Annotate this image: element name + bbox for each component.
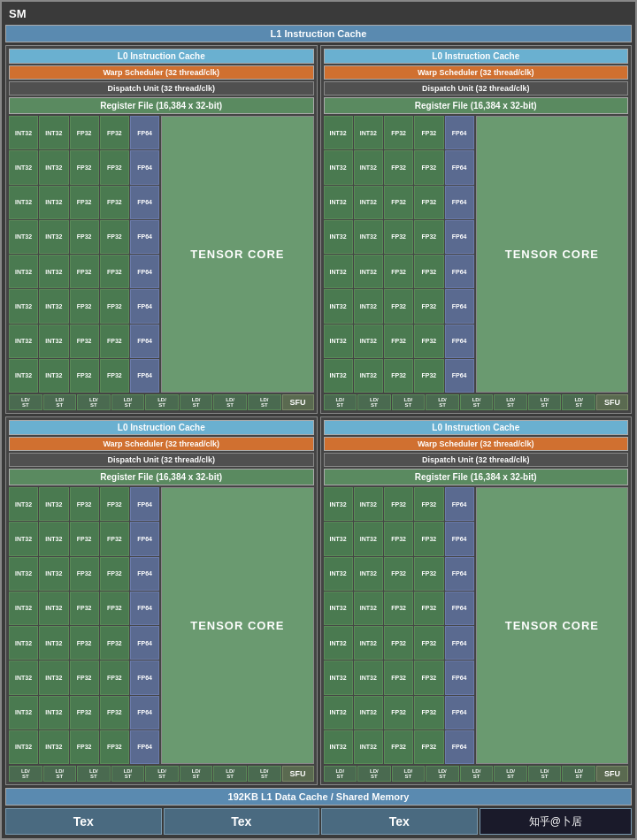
fp64-cell: FP64 — [130, 661, 159, 694]
fp32-cell: FP32 — [70, 696, 99, 729]
fp64-cell: FP64 — [130, 626, 159, 660]
fp32-cell: FP32 — [414, 730, 443, 764]
int32-cell: INT32 — [354, 186, 383, 219]
int32-cell: INT32 — [324, 522, 353, 555]
fp32-cell: FP32 — [384, 696, 413, 729]
int32-cell: INT32 — [9, 592, 38, 625]
ld-st-unit: LD/ST — [494, 394, 527, 410]
watermark: 知乎@卜居 — [480, 808, 633, 835]
ld-st-unit: LD/ST — [528, 394, 562, 410]
fp32-cell: FP32 — [100, 220, 129, 254]
fp64-cell: FP64 — [445, 696, 474, 729]
tensor-core-br: TENSOR CORE — [476, 487, 628, 764]
fp64-cell: FP64 — [445, 220, 474, 254]
fp64-cell: FP64 — [130, 359, 159, 393]
register-file-br: Register File (16,384 x 32-bit) — [324, 469, 629, 485]
fp64-cell: FP64 — [445, 289, 474, 323]
register-file-bl: Register File (16,384 x 32-bit) — [9, 469, 314, 485]
compute-row: INT32 INT32 FP32 FP32 FP64 — [324, 255, 474, 288]
int32-cell: INT32 — [9, 359, 38, 393]
fp64-cell: FP64 — [130, 487, 159, 521]
quadrants-top: L0 Instruction Cache Warp Scheduler (32 … — [5, 45, 632, 414]
bottom-row-tl: LD/ST LD/ST LD/ST LD/ST LD/ST LD/ST LD/S… — [9, 394, 314, 410]
compute-row: INT32 INT32 FP32 FP32 FP64 — [9, 557, 159, 591]
int32-cell: INT32 — [39, 487, 68, 521]
ld-st-unit: LD/ST — [357, 394, 391, 410]
fp32-cell: FP32 — [70, 522, 99, 555]
compute-row: INT32 INT32 FP32 FP32 FP64 — [9, 255, 159, 288]
int32-cell: INT32 — [324, 325, 353, 358]
fp32-cell: FP32 — [70, 220, 99, 254]
int32-cell: INT32 — [354, 626, 383, 660]
fp64-cell: FP64 — [130, 522, 159, 555]
sfu-tr: SFU — [596, 394, 628, 410]
fp32-cell: FP32 — [100, 487, 129, 521]
int32-cell: INT32 — [324, 487, 353, 521]
fp32-cell: FP32 — [100, 730, 129, 764]
fp32-cell: FP32 — [384, 289, 413, 323]
compute-row: INT32 INT32 FP32 FP32 FP64 — [9, 730, 159, 764]
sfu-br: SFU — [596, 766, 628, 782]
int32-cell: INT32 — [354, 696, 383, 729]
ld-st-unit: LD/ST — [460, 766, 494, 782]
fp32-cell: FP32 — [384, 116, 413, 149]
compute-area-br: INT32 INT32 FP32 FP32 FP64 INT32 INT32 F… — [324, 487, 629, 764]
l0-cache-tr: L0 Instruction Cache — [324, 49, 629, 64]
dispatch-unit-br: Dispatch Unit (32 thread/clk) — [324, 453, 629, 467]
int32-cell: INT32 — [354, 325, 383, 358]
compute-row: INT32 INT32 FP32 FP32 FP64 — [324, 325, 474, 358]
fp32-cell: FP32 — [414, 592, 443, 625]
int32-cell: INT32 — [9, 289, 38, 323]
int32-cell: INT32 — [39, 150, 68, 184]
int32-cell: INT32 — [39, 289, 68, 323]
ld-st-unit: LD/ST — [426, 766, 459, 782]
sm-title: SM — [5, 5, 632, 22]
fp64-cell: FP64 — [445, 150, 474, 184]
int32-cell: INT32 — [324, 730, 353, 764]
fp32-cell: FP32 — [70, 730, 99, 764]
sfu-bl: SFU — [282, 766, 314, 782]
ld-st-unit: LD/ST — [324, 766, 357, 782]
fp32-cell: FP32 — [70, 116, 99, 149]
fp64-cell: FP64 — [445, 116, 474, 149]
fp32-cell: FP32 — [384, 325, 413, 358]
ld-st-unit: LD/ST — [213, 766, 247, 782]
fp32-cell: FP32 — [100, 325, 129, 358]
fp32-cell: FP32 — [384, 359, 413, 393]
fp32-cell: FP32 — [414, 220, 443, 254]
int32-cell: INT32 — [354, 522, 383, 555]
bottom-row-br: LD/ST LD/ST LD/ST LD/ST LD/ST LD/ST LD/S… — [324, 766, 629, 782]
int32-cell: INT32 — [354, 592, 383, 625]
int32-cell: INT32 — [354, 661, 383, 694]
fp32-cell: FP32 — [70, 557, 99, 591]
fp32-cell: FP32 — [384, 730, 413, 764]
l1-data-cache: 192KB L1 Data Cache / Shared Memory — [5, 788, 632, 806]
compute-row: INT32 INT32 FP32 FP32 FP64 — [9, 150, 159, 184]
int32-cell: INT32 — [9, 730, 38, 764]
int32-cell: INT32 — [9, 557, 38, 591]
fp64-cell: FP64 — [445, 592, 474, 625]
int32-cell: INT32 — [9, 487, 38, 521]
fp32-cell: FP32 — [414, 626, 443, 660]
int32-cell: INT32 — [39, 661, 68, 694]
int32-cell: INT32 — [39, 592, 68, 625]
left-compute-tr: INT32 INT32 FP32 FP32 FP64 INT32 INT32 F… — [324, 116, 474, 393]
fp32-cell: FP32 — [70, 150, 99, 184]
dispatch-unit-bl: Dispatch Unit (32 thread/clk) — [9, 453, 314, 467]
ld-st-unit: LD/ST — [145, 394, 179, 410]
ld-st-unit: LD/ST — [180, 394, 213, 410]
int32-cell: INT32 — [39, 186, 68, 219]
int32-cell: INT32 — [324, 661, 353, 694]
dispatch-unit-tr: Dispatch Unit (32 thread/clk) — [324, 81, 629, 95]
sm-container: SM L1 Instruction Cache L0 Instruction C… — [0, 0, 637, 840]
fp32-cell: FP32 — [384, 626, 413, 660]
fp64-cell: FP64 — [130, 592, 159, 625]
compute-row: INT32 INT32 FP32 FP32 FP64 — [324, 116, 474, 149]
compute-row: INT32 INT32 FP32 FP32 FP64 — [324, 289, 474, 323]
compute-row: INT32 INT32 FP32 FP32 FP64 — [9, 592, 159, 625]
fp32-cell: FP32 — [100, 150, 129, 184]
int32-cell: INT32 — [354, 359, 383, 393]
ld-st-unit: LD/ST — [213, 394, 247, 410]
fp32-cell: FP32 — [414, 359, 443, 393]
ld-st-unit: LD/ST — [562, 766, 595, 782]
